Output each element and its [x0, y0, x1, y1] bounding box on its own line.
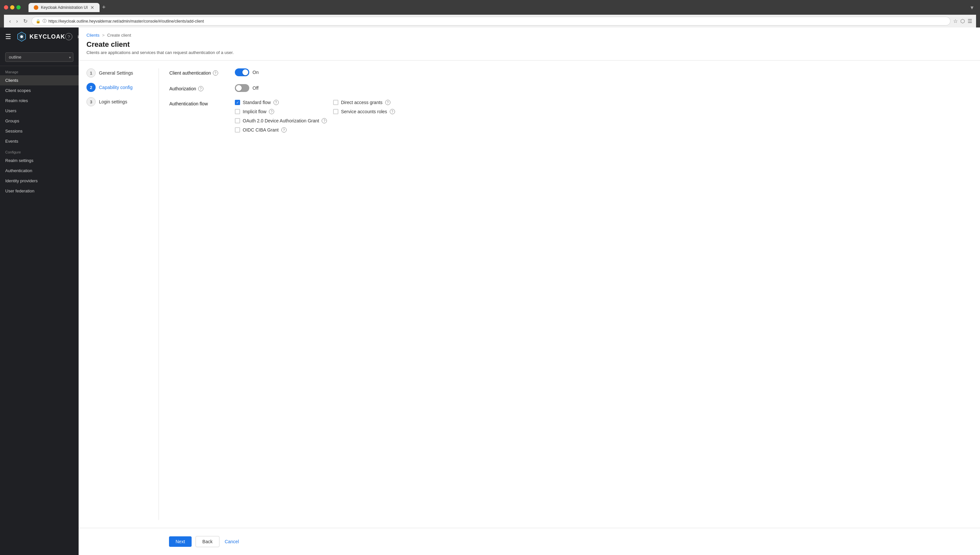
step-3: 3 Login settings: [87, 97, 151, 106]
minimize-button[interactable]: [10, 5, 14, 10]
maximize-button[interactable]: [16, 5, 21, 10]
next-button[interactable]: Next: [169, 536, 191, 547]
sidebar-manage-label: Manage: [0, 66, 79, 75]
step-2-label: Capability config: [99, 85, 133, 90]
url-bar[interactable]: 🔒 ⓘ https://keycloak.outline.heyvaldemar…: [31, 17, 951, 26]
realm-select-input[interactable]: outline: [5, 52, 73, 62]
sidebar-item-sessions[interactable]: Sessions: [0, 126, 79, 136]
nav-right-icons: ☆ ⬡ ☰: [953, 18, 972, 24]
sidebar-item-events[interactable]: Events: [0, 136, 79, 146]
refresh-button[interactable]: ↻: [22, 18, 29, 25]
client-auth-row: Client authentication ? On: [169, 68, 972, 76]
url-text: https://keycloak.outline.heyvaldemar.net…: [48, 19, 204, 24]
service-accounts-roles-label: Service accounts roles: [341, 109, 387, 114]
sidebar-item-client-scopes[interactable]: Client scopes: [0, 85, 79, 96]
sidebar-item-identity-providers[interactable]: Identity providers: [0, 176, 79, 186]
tab-title: Keycloak Administration UI: [41, 5, 88, 10]
direct-access-grants-checkbox[interactable]: [333, 100, 338, 105]
oauth-device-auth-help-icon[interactable]: ?: [322, 118, 327, 124]
client-auth-toggle[interactable]: [235, 68, 249, 76]
service-accounts-roles-checkbox[interactable]: [333, 109, 338, 114]
keycloak-logo: KEYCLOAK: [16, 31, 65, 42]
oauth-device-auth-checkbox[interactable]: [235, 118, 240, 124]
browser-menu-icon[interactable]: ▾: [970, 4, 976, 11]
oidc-ciba-label: OIDC CIBA Grant: [243, 127, 279, 133]
breadcrumb: Clients > Create client: [87, 33, 972, 38]
sidebar-item-user-federation[interactable]: User federation: [0, 186, 79, 196]
extensions-icon[interactable]: ⬡: [960, 18, 965, 24]
hamburger-icon[interactable]: ☰: [5, 33, 11, 40]
direct-access-grants-help-icon[interactable]: ?: [385, 100, 390, 105]
client-auth-control: On: [235, 68, 259, 76]
svg-point-2: [20, 35, 23, 38]
sidebar-item-realm-roles[interactable]: Realm roles: [0, 96, 79, 106]
forward-nav-button[interactable]: ›: [15, 18, 19, 25]
sidebar-item-authentication-label: Authentication: [5, 168, 32, 173]
service-accounts-col: Service accounts roles ?: [333, 109, 972, 114]
standard-flow-checkbox[interactable]: [235, 100, 240, 105]
cancel-button[interactable]: Cancel: [224, 536, 240, 547]
oidc-ciba-checkbox[interactable]: [235, 127, 240, 133]
breadcrumb-clients-link[interactable]: Clients: [87, 33, 100, 38]
step-1-label: General Settings: [99, 71, 133, 75]
direct-access-grants-item[interactable]: Direct access grants ?: [333, 100, 972, 105]
sidebar-item-groups[interactable]: Groups: [0, 116, 79, 126]
implicit-flow-col: Implicit flow ?: [235, 109, 333, 114]
standard-flow-col: Standard flow ?: [235, 100, 333, 105]
step-3-label: Login settings: [99, 99, 127, 104]
sidebar-item-clients-label: Clients: [5, 78, 18, 83]
oauth-device-auth-item[interactable]: OAuth 2.0 Device Authorization Grant ?: [235, 118, 333, 124]
sidebar-item-realm-settings[interactable]: Realm settings: [0, 156, 79, 165]
sidebar-item-identity-providers-label: Identity providers: [5, 178, 38, 183]
step-3-number: 3: [90, 99, 92, 104]
step-2: 2 Capability config: [87, 83, 151, 92]
realm-selector[interactable]: outline ▾: [0, 48, 79, 66]
browser-tab[interactable]: Keycloak Administration UI ✕: [29, 3, 100, 12]
sidebar-item-users[interactable]: Users: [0, 106, 79, 116]
breadcrumb-current: Create client: [107, 33, 131, 38]
oidc-ciba-item[interactable]: OIDC CIBA Grant ?: [235, 127, 333, 133]
sidebar-item-authentication[interactable]: Authentication: [0, 165, 79, 176]
standard-flow-help-icon[interactable]: ?: [274, 100, 279, 105]
step-3-circle: 3: [87, 97, 96, 106]
close-button[interactable]: [4, 5, 8, 10]
oidc-ciba-help-icon[interactable]: ?: [282, 127, 286, 133]
auth-flow-checkboxes: Standard flow ? Direct access grants ?: [235, 100, 972, 136]
back-nav-button[interactable]: ‹: [8, 18, 12, 25]
tab-close-icon[interactable]: ✕: [90, 5, 94, 10]
authorization-value: Off: [253, 85, 258, 91]
sidebar-item-user-federation-label: User federation: [5, 188, 34, 193]
back-button[interactable]: Back: [196, 536, 219, 547]
client-auth-value: On: [253, 70, 259, 75]
client-auth-label-text: Client authentication: [169, 71, 211, 75]
standard-flow-label: Standard flow: [243, 100, 271, 105]
step-1-circle: 1: [87, 68, 96, 77]
standard-flow-item[interactable]: Standard flow ?: [235, 100, 333, 105]
lock-icon: 🔒: [36, 19, 40, 24]
authorization-toggle-thumb: [236, 85, 242, 91]
implicit-flow-checkbox[interactable]: [235, 109, 240, 114]
browser-tab-bar: Keycloak Administration UI ✕ +: [29, 3, 968, 12]
realm-select-wrapper: outline ▾: [5, 52, 73, 62]
browser-menu-icon2[interactable]: ☰: [967, 18, 972, 24]
client-auth-help-icon[interactable]: ?: [213, 71, 218, 75]
help-icon[interactable]: ?: [65, 33, 72, 40]
client-auth-label: Client authentication ?: [169, 68, 235, 75]
checkbox-row-4: OIDC CIBA Grant ?: [235, 127, 972, 133]
sidebar-item-clients[interactable]: Clients: [0, 75, 79, 85]
sidebar-item-events-label: Events: [5, 139, 18, 144]
new-tab-button[interactable]: +: [100, 3, 108, 12]
implicit-flow-help-icon[interactable]: ?: [269, 109, 274, 114]
step-2-number: 2: [90, 85, 92, 90]
sidebar: ☰ KEYCLOAK ? keycloakadmin ▾ �: [0, 27, 79, 555]
implicit-flow-label: Implicit flow: [243, 109, 266, 114]
traffic-lights: [4, 5, 21, 10]
authorization-help-icon[interactable]: ?: [198, 86, 203, 91]
service-accounts-roles-help-icon[interactable]: ?: [390, 109, 395, 114]
top-bar: ☰ KEYCLOAK ? keycloakadmin ▾ �: [0, 27, 79, 46]
implicit-flow-item[interactable]: Implicit flow ?: [235, 109, 333, 114]
authorization-toggle[interactable]: [235, 84, 249, 92]
bookmark-icon[interactable]: ☆: [953, 18, 958, 24]
service-accounts-roles-item[interactable]: Service accounts roles ?: [333, 109, 972, 114]
page-header: Clients > Create client Create client Cl…: [79, 27, 980, 61]
